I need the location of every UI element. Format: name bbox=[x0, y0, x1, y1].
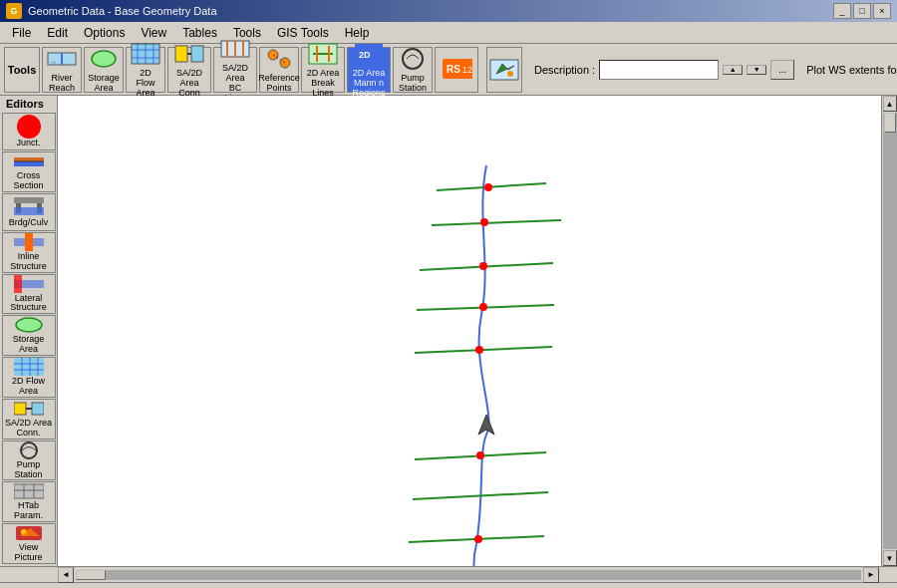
rs-button[interactable]: RS 12.99 bbox=[435, 47, 478, 93]
sidebar-item-pump[interactable]: PumpStation bbox=[2, 441, 56, 481]
editors-label: Editors bbox=[2, 98, 44, 110]
storage-area-button[interactable]: StorageArea bbox=[84, 47, 124, 93]
sidebar-item-brdg[interactable]: Brdg/Culv bbox=[2, 193, 56, 231]
sa-2d-bc-button[interactable]: SA/2D AreaBC Lines bbox=[213, 47, 257, 93]
menu-file[interactable]: File bbox=[4, 24, 39, 42]
ref-points-svg bbox=[263, 45, 295, 73]
storage-sidebar-icon bbox=[14, 316, 44, 334]
sidebar-item-junct[interactable]: Junct. bbox=[2, 113, 56, 150]
reference-points-button[interactable]: ReferencePoints bbox=[259, 47, 299, 93]
pump-sb-svg bbox=[14, 441, 44, 459]
station-point-4 bbox=[479, 303, 487, 311]
tools-tab[interactable]: Tools bbox=[4, 47, 40, 93]
2d-mann-button[interactable]: 2D 2D AreaMann nRegions bbox=[347, 47, 391, 93]
htab-sidebar-label: HTabParam. bbox=[14, 501, 43, 521]
cross-section-label: CrossSection bbox=[13, 171, 43, 191]
sa-2d-conn-button[interactable]: SA/2D AreaConn bbox=[167, 47, 211, 93]
river-reach-label: RiverReach bbox=[49, 74, 75, 94]
inline-svg bbox=[14, 233, 44, 251]
sidebar-item-storage[interactable]: StorageArea bbox=[2, 315, 56, 356]
2d-area-break-icon bbox=[307, 40, 339, 68]
htab-sidebar-icon bbox=[14, 482, 44, 500]
inline-label: InlineStructure bbox=[10, 252, 47, 272]
svg-rect-53 bbox=[14, 484, 44, 498]
reference-points-icon bbox=[263, 45, 295, 73]
storage-sidebar-label: StorageArea bbox=[13, 335, 45, 355]
sa2d-sidebar-icon bbox=[14, 400, 44, 418]
menu-options[interactable]: Options bbox=[76, 24, 133, 42]
sidebar-item-cross-section[interactable]: CrossSection bbox=[2, 151, 56, 192]
2d-flow-svg bbox=[130, 40, 161, 68]
map-svg bbox=[488, 56, 520, 84]
sidebar-item-view-picture[interactable]: ViewPicture bbox=[2, 523, 56, 564]
station-point-6 bbox=[476, 451, 484, 459]
cursor-arrow bbox=[478, 415, 494, 435]
sidebar-item-inline[interactable]: InlineStructure bbox=[2, 232, 56, 273]
cross-section-2 bbox=[432, 220, 561, 225]
2d-area-break-button[interactable]: 2D AreaBreak Lines bbox=[301, 47, 345, 93]
station-point-3 bbox=[479, 262, 487, 270]
menu-gis-tools[interactable]: GIS Tools bbox=[269, 24, 337, 42]
title-bar: G Geometric Data - Base Geometry Data _ … bbox=[0, 0, 897, 22]
junct-icon bbox=[14, 117, 44, 137]
station-point-1 bbox=[484, 183, 492, 191]
storage-area-icon bbox=[88, 45, 120, 73]
sidebar: Editors Junct. CrossSection bbox=[0, 96, 58, 566]
status-bar: 0.6630, 0.9089 bbox=[0, 582, 897, 588]
scroll-left-button[interactable]: ◄ bbox=[58, 567, 74, 583]
sa2d-sb-svg bbox=[14, 400, 44, 418]
river-reach-icon: → bbox=[46, 45, 78, 73]
menu-tables[interactable]: Tables bbox=[174, 24, 225, 42]
river-reach-button[interactable]: → RiverReach bbox=[42, 47, 82, 93]
svg-rect-50 bbox=[32, 403, 44, 415]
view-picture-label: ViewPicture bbox=[14, 543, 42, 563]
scroll-down-button[interactable]: ▼ bbox=[883, 550, 897, 566]
pump-station-button[interactable]: PumpStation bbox=[393, 47, 433, 93]
map-icon bbox=[488, 56, 520, 84]
scroll-up-button[interactable]: ▲ bbox=[883, 96, 897, 112]
sa2d-sidebar-label: SA/2D AreaConn. bbox=[5, 419, 52, 439]
brdg-icon bbox=[14, 196, 44, 216]
sidebar-item-lateral[interactable]: LateralStructure bbox=[2, 274, 56, 315]
description-input[interactable] bbox=[599, 60, 719, 80]
minimize-button[interactable]: _ bbox=[833, 3, 851, 19]
2d-mann-svg: 2D bbox=[353, 40, 385, 68]
2d-break-svg bbox=[307, 40, 339, 68]
sidebar-item-2d-flow[interactable]: 2D FlowArea bbox=[2, 357, 56, 398]
v-scroll-thumb[interactable] bbox=[884, 113, 896, 133]
close-button[interactable]: × bbox=[873, 3, 891, 19]
svg-rect-37 bbox=[14, 207, 44, 215]
h-scroll-thumb[interactable] bbox=[76, 570, 106, 580]
menu-help[interactable]: Help bbox=[337, 24, 378, 42]
svg-point-30 bbox=[507, 71, 513, 77]
svg-text:2D: 2D bbox=[359, 50, 371, 60]
menu-view[interactable]: View bbox=[133, 24, 174, 42]
menu-edit[interactable]: Edit bbox=[39, 24, 76, 42]
description-spin-up[interactable]: ▲ bbox=[723, 65, 743, 75]
maximize-button[interactable]: □ bbox=[853, 3, 871, 19]
view-picture-icon bbox=[14, 524, 44, 542]
2d-area-break-label: 2D AreaBreak Lines bbox=[306, 69, 340, 99]
description-spin-down[interactable]: ▼ bbox=[747, 65, 766, 75]
scroll-right-button[interactable]: ► bbox=[863, 567, 879, 583]
lateral-label: LateralStructure bbox=[10, 294, 47, 314]
canvas-area[interactable]: ▲ ▼ bbox=[58, 96, 897, 566]
junct-label: Junct. bbox=[16, 138, 40, 147]
storage-sb-svg bbox=[14, 316, 44, 334]
sidebar-item-htab[interactable]: HTabParam. bbox=[2, 481, 56, 522]
sa-2d-conn-label: SA/2D AreaConn bbox=[172, 69, 206, 99]
map-button[interactable] bbox=[486, 47, 522, 93]
2d-mann-label: 2D AreaMann nRegions bbox=[352, 69, 385, 99]
river-reach-svg: → bbox=[46, 45, 78, 73]
rs-icon: RS 12.99 bbox=[441, 55, 472, 83]
2d-flow-area-button[interactable]: 2D FlowArea bbox=[126, 47, 165, 93]
svg-text:→: → bbox=[50, 59, 57, 66]
sidebar-item-sa2d[interactable]: SA/2D AreaConn. bbox=[2, 399, 56, 440]
description-browse[interactable]: ... bbox=[770, 60, 794, 80]
v-scrollbar[interactable]: ▲ ▼ bbox=[881, 96, 897, 566]
v-scroll-track bbox=[883, 113, 897, 549]
station-point-8 bbox=[474, 535, 482, 543]
2d-flow-sidebar-label: 2D FlowArea bbox=[12, 377, 45, 397]
svg-rect-34 bbox=[14, 197, 44, 203]
storage-area-svg bbox=[88, 45, 120, 73]
